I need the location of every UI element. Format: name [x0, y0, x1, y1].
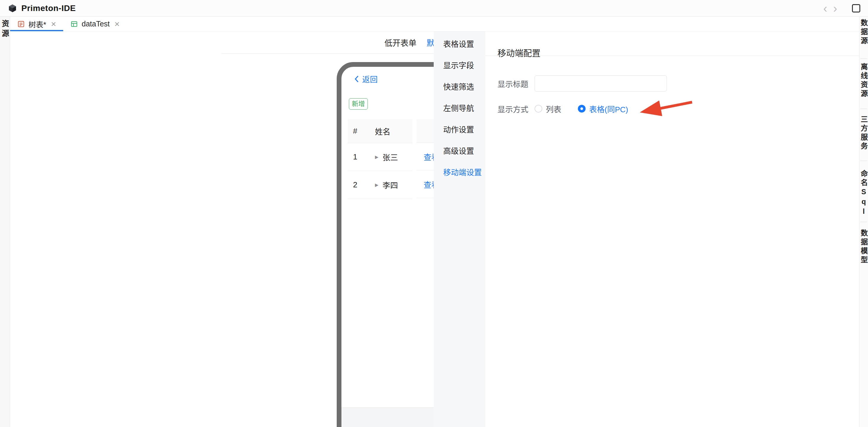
settings-menu: 表格设置 显示字段 快速筛选 左侧导航 动作设置 高级设置 移动端设置 [434, 31, 485, 427]
radio-option-list[interactable]: 列表 [534, 103, 561, 114]
page-title: 移动端配置 [497, 46, 540, 59]
strip-divider [860, 58, 867, 59]
titlebar: Primeton-IDE ‹ › [0, 0, 868, 17]
strip-divider [860, 222, 867, 222]
display-title-row: 显示标题 [497, 76, 667, 91]
header-name: 姓名 [368, 125, 412, 137]
cell-index: 2 [348, 180, 368, 190]
chevron-left-icon [354, 75, 359, 83]
back-link[interactable]: 返回 [354, 73, 378, 84]
radio-label: 表格(同PC) [589, 103, 628, 114]
menu-item-mobile-settings[interactable]: 移动端设置 [434, 161, 485, 182]
heading-divider [485, 56, 859, 56]
display-mode-row: 显示方式 列表 表格(同PC) [497, 101, 645, 117]
tab-datatest[interactable]: dataTest × [63, 17, 127, 31]
left-resource-strip: 资源 [0, 17, 10, 427]
right-resource-strip: 数据源 离线资源 三方服务 命名Sql 数据模型 [859, 17, 868, 427]
menu-item-advanced-settings[interactable]: 高级设置 [434, 140, 485, 161]
primeton-ide-window: Primeton-IDE ‹ › 资源 树表* × [0, 0, 868, 427]
named-sql-label: 命名Sql [859, 170, 868, 217]
sidebar-item-named-sql[interactable]: 命名Sql [859, 170, 868, 217]
cell-name: ▶ 李四 [368, 179, 412, 190]
layout-panel-icon[interactable] [852, 4, 860, 12]
table-row: 1 ▶ 张三 [348, 143, 412, 171]
subtab-lowcode-form[interactable]: 低开表单 [384, 31, 416, 54]
display-mode-label: 显示方式 [497, 103, 534, 114]
app-title: Primeton-IDE [21, 4, 75, 13]
tab-label: dataTest [82, 20, 110, 28]
table-row: 2 ▶ 李四 [348, 171, 412, 199]
sidebar-item-datasource[interactable]: 数据源 [859, 19, 868, 46]
data-model-label: 数据模型 [859, 229, 868, 265]
back-label: 返回 [362, 73, 378, 84]
name-text: 李四 [383, 179, 398, 190]
close-icon[interactable]: × [115, 20, 120, 29]
table-header-row: # 姓名 [348, 119, 412, 143]
close-icon[interactable]: × [51, 20, 56, 29]
offline-resources-label: 离线资源 [859, 63, 868, 98]
strip-divider [860, 109, 867, 109]
subtab-default[interactable]: 默 [427, 31, 435, 54]
radio-label: 列表 [546, 103, 561, 114]
expand-caret-icon[interactable]: ▶ [375, 154, 378, 160]
settings-panel: 表格设置 显示字段 快速筛选 左侧导航 动作设置 高级设置 移动端设置 移动端配… [434, 31, 859, 427]
sidebar-item-offline-resources[interactable]: 离线资源 [859, 63, 868, 98]
nav-forward-icon[interactable]: › [830, 2, 840, 14]
editor-tabbar: 树表* × dataTest × [10, 17, 859, 31]
cell-name: ▶ 张三 [368, 151, 412, 163]
settings-content: 移动端配置 显示标题 显示方式 列表 表格(同PC) [485, 31, 859, 427]
add-button[interactable]: 新增 [349, 98, 368, 110]
nav-back-icon[interactable]: ‹ [820, 2, 830, 14]
datasource-label: 数据源 [859, 19, 868, 46]
cell-index: 1 [348, 152, 368, 162]
form-doc-icon [17, 20, 25, 28]
strip-divider [860, 161, 867, 161]
table-column-gap [412, 119, 416, 199]
preview-table-main-columns: # 姓名 1 ▶ 张三 2 [348, 119, 412, 199]
expand-caret-icon[interactable]: ▶ [375, 182, 378, 188]
name-text: 张三 [383, 151, 398, 163]
menu-item-action-settings[interactable]: 动作设置 [434, 118, 485, 140]
display-title-label: 显示标题 [497, 78, 534, 89]
menu-item-table-settings[interactable]: 表格设置 [434, 33, 485, 54]
tab-label: 树表* [29, 19, 46, 29]
thirdparty-services-label: 三方服务 [859, 115, 868, 151]
menu-item-quick-filter[interactable]: 快速筛选 [434, 76, 485, 97]
sidebar-item-thirdparty-services[interactable]: 三方服务 [859, 115, 868, 151]
display-title-input[interactable] [534, 76, 667, 91]
radio-checked-icon [578, 105, 586, 113]
menu-item-display-fields[interactable]: 显示字段 [434, 54, 485, 76]
sidebar-item-resources[interactable]: 资源 [0, 17, 10, 427]
radio-option-table-same-as-pc[interactable]: 表格(同PC) [578, 103, 628, 114]
menu-item-left-nav[interactable]: 左侧导航 [434, 97, 485, 118]
table-doc-icon [70, 20, 78, 28]
radio-unchecked-icon [534, 105, 542, 113]
tab-tree-table[interactable]: 树表* × [10, 17, 63, 31]
header-index: # [348, 126, 368, 136]
sidebar-item-data-model[interactable]: 数据模型 [859, 229, 868, 265]
app-logo-icon [8, 4, 17, 13]
